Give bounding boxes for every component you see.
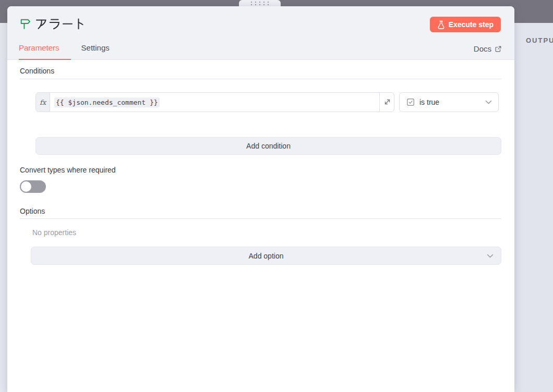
expression-field[interactable]: {{ $json.needs_comment }} xyxy=(50,93,379,112)
node-title-glyphs xyxy=(35,18,88,30)
condition-operator-select[interactable]: is true xyxy=(399,92,499,112)
tab-parameters[interactable]: Parameters xyxy=(19,43,71,60)
panel-header: アラート Execute step Parameters Settings Do… xyxy=(7,6,514,60)
add-option-label: Add option xyxy=(249,252,284,260)
expression-value: {{ $json.needs_comment }} xyxy=(54,97,160,107)
boolean-checkbox-icon xyxy=(406,98,415,106)
node-details-view: OUTPUT アラート xyxy=(0,0,553,392)
chevron-down-icon xyxy=(487,254,494,258)
output-panel: OUTPUT xyxy=(514,23,553,392)
external-link-icon xyxy=(495,45,502,53)
add-condition-button[interactable]: Add condition xyxy=(35,137,501,155)
operator-value: is true xyxy=(419,98,480,106)
tab-settings[interactable]: Settings xyxy=(81,43,121,60)
options-divider xyxy=(20,218,501,219)
drag-handle-dots-icon xyxy=(251,2,269,5)
expand-corner-icon xyxy=(383,99,391,106)
no-properties-text: No properties xyxy=(32,228,76,237)
conditions-divider xyxy=(20,79,501,79)
options-section-label: Options xyxy=(20,207,45,215)
convert-types-toggle[interactable] xyxy=(20,180,46,193)
chevron-down-icon xyxy=(485,100,492,104)
signpost-icon xyxy=(19,17,32,30)
output-panel-title: OUTPUT xyxy=(526,36,553,44)
convert-types-label: Convert types where required xyxy=(20,166,116,174)
open-expression-editor-button[interactable] xyxy=(379,93,394,112)
docs-link[interactable]: Docs xyxy=(474,44,502,53)
execute-step-label: Execute step xyxy=(449,20,494,29)
condition-expression-input[interactable]: fx {{ $json.needs_comment }} xyxy=(35,92,394,112)
execute-step-button[interactable]: Execute step xyxy=(430,17,501,32)
fx-expression-icon[interactable]: fx xyxy=(36,93,50,112)
panel-tabs: Parameters Settings xyxy=(19,43,121,60)
add-condition-label: Add condition xyxy=(246,142,291,150)
add-option-button[interactable]: Add option xyxy=(31,247,501,265)
flask-icon xyxy=(437,20,445,29)
node-settings-panel: アラート Execute step Parameters Settings Do… xyxy=(7,6,514,392)
docs-link-label: Docs xyxy=(474,44,491,53)
conditions-section-label: Conditions xyxy=(20,67,54,75)
toggle-knob xyxy=(21,181,31,192)
node-title-row: アラート xyxy=(19,17,88,30)
